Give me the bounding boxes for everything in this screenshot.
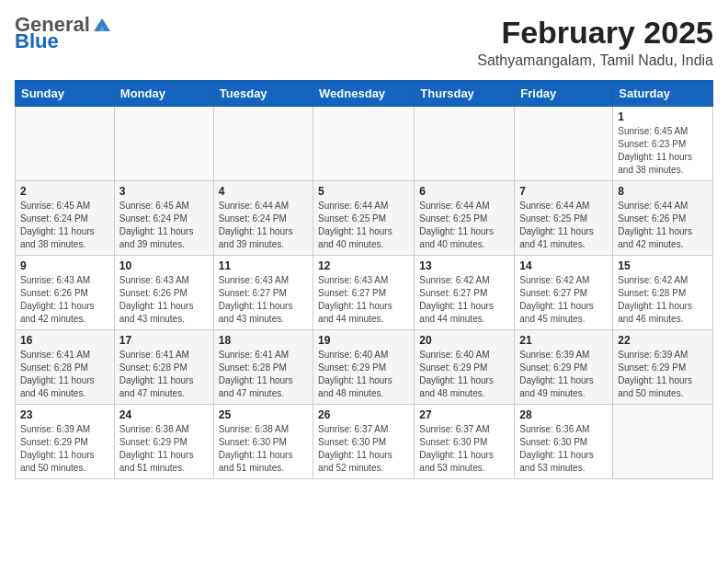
day-number: 26 — [318, 408, 409, 421]
day-number: 22 — [618, 334, 708, 347]
day-info: Sunrise: 6:43 AM Sunset: 6:27 PM Dayligh… — [318, 274, 409, 326]
day-number: 1 — [618, 110, 708, 123]
day-number: 6 — [419, 185, 509, 198]
calendar-cell: 5Sunrise: 6:44 AM Sunset: 6:25 PM Daylig… — [313, 181, 415, 256]
calendar-cell: 18Sunrise: 6:41 AM Sunset: 6:28 PM Dayli… — [213, 330, 313, 405]
day-info: Sunrise: 6:39 AM Sunset: 6:29 PM Dayligh… — [20, 423, 109, 475]
calendar-cell: 3Sunrise: 6:45 AM Sunset: 6:24 PM Daylig… — [114, 181, 213, 256]
day-info: Sunrise: 6:37 AM Sunset: 6:30 PM Dayligh… — [318, 423, 409, 475]
day-info: Sunrise: 6:42 AM Sunset: 6:27 PM Dayligh… — [419, 274, 509, 326]
calendar-cell — [415, 107, 515, 181]
day-number: 21 — [519, 334, 608, 347]
day-info: Sunrise: 6:42 AM Sunset: 6:28 PM Dayligh… — [618, 274, 708, 326]
calendar-cell: 26Sunrise: 6:37 AM Sunset: 6:30 PM Dayli… — [313, 405, 415, 479]
day-info: Sunrise: 6:40 AM Sunset: 6:29 PM Dayligh… — [419, 349, 509, 400]
calendar-cell: 24Sunrise: 6:38 AM Sunset: 6:29 PM Dayli… — [114, 405, 213, 479]
day-number: 7 — [519, 185, 608, 198]
logo-icon — [92, 17, 112, 33]
logo-blue-text: Blue — [15, 31, 59, 52]
day-number: 12 — [318, 259, 409, 272]
calendar-cell: 1Sunrise: 6:45 AM Sunset: 6:23 PM Daylig… — [613, 107, 713, 181]
day-number: 17 — [119, 334, 209, 347]
day-number: 8 — [618, 185, 708, 198]
day-number: 13 — [419, 259, 509, 272]
day-info: Sunrise: 6:42 AM Sunset: 6:27 PM Dayligh… — [519, 274, 608, 326]
day-number: 2 — [20, 185, 109, 198]
calendar-cell — [16, 107, 115, 181]
calendar-week-5: 23Sunrise: 6:39 AM Sunset: 6:29 PM Dayli… — [16, 405, 713, 479]
calendar-week-1: 1Sunrise: 6:45 AM Sunset: 6:23 PM Daylig… — [16, 107, 713, 181]
calendar-cell: 23Sunrise: 6:39 AM Sunset: 6:29 PM Dayli… — [16, 405, 115, 479]
location-title: Sathyamangalam, Tamil Nadu, India — [477, 52, 713, 69]
day-info: Sunrise: 6:39 AM Sunset: 6:29 PM Dayligh… — [618, 349, 708, 400]
day-number: 23 — [20, 408, 109, 421]
day-info: Sunrise: 6:40 AM Sunset: 6:29 PM Dayligh… — [318, 349, 409, 400]
day-info: Sunrise: 6:44 AM Sunset: 6:24 PM Dayligh… — [219, 200, 308, 251]
day-info: Sunrise: 6:44 AM Sunset: 6:26 PM Dayligh… — [618, 200, 708, 251]
calendar-cell: 12Sunrise: 6:43 AM Sunset: 6:27 PM Dayli… — [313, 256, 415, 330]
day-number: 20 — [419, 334, 509, 347]
day-number: 9 — [20, 259, 109, 272]
day-info: Sunrise: 6:36 AM Sunset: 6:30 PM Dayligh… — [519, 423, 608, 475]
title-area: February 2025 Sathyamangalam, Tamil Nadu… — [477, 15, 713, 69]
calendar-cell: 14Sunrise: 6:42 AM Sunset: 6:27 PM Dayli… — [515, 256, 613, 330]
day-number: 24 — [119, 408, 209, 421]
calendar-week-2: 2Sunrise: 6:45 AM Sunset: 6:24 PM Daylig… — [16, 181, 713, 256]
day-info: Sunrise: 6:41 AM Sunset: 6:28 PM Dayligh… — [119, 349, 209, 400]
calendar-cell — [114, 107, 213, 181]
day-number: 11 — [219, 259, 308, 272]
calendar-cell — [515, 107, 613, 181]
day-info: Sunrise: 6:43 AM Sunset: 6:26 PM Dayligh… — [119, 274, 209, 326]
day-info: Sunrise: 6:37 AM Sunset: 6:30 PM Dayligh… — [419, 423, 509, 475]
day-number: 3 — [119, 185, 209, 198]
calendar-header-row: SundayMondayTuesdayWednesdayThursdayFrid… — [16, 81, 713, 107]
logo: General Blue — [15, 15, 112, 52]
calendar-cell: 4Sunrise: 6:44 AM Sunset: 6:24 PM Daylig… — [213, 181, 313, 256]
calendar-cell: 8Sunrise: 6:44 AM Sunset: 6:26 PM Daylig… — [613, 181, 713, 256]
day-info: Sunrise: 6:43 AM Sunset: 6:26 PM Dayligh… — [20, 274, 109, 326]
day-info: Sunrise: 6:41 AM Sunset: 6:28 PM Dayligh… — [219, 349, 308, 400]
day-info: Sunrise: 6:38 AM Sunset: 6:29 PM Dayligh… — [119, 423, 209, 475]
calendar-cell: 7Sunrise: 6:44 AM Sunset: 6:25 PM Daylig… — [515, 181, 613, 256]
day-info: Sunrise: 6:43 AM Sunset: 6:27 PM Dayligh… — [219, 274, 308, 326]
day-number: 25 — [219, 408, 308, 421]
calendar-cell: 20Sunrise: 6:40 AM Sunset: 6:29 PM Dayli… — [415, 330, 515, 405]
day-number: 15 — [618, 259, 708, 272]
day-info: Sunrise: 6:44 AM Sunset: 6:25 PM Dayligh… — [519, 200, 608, 251]
header-saturday: Saturday — [613, 81, 713, 107]
day-info: Sunrise: 6:45 AM Sunset: 6:23 PM Dayligh… — [618, 125, 708, 177]
calendar: SundayMondayTuesdayWednesdayThursdayFrid… — [15, 80, 713, 479]
day-info: Sunrise: 6:38 AM Sunset: 6:30 PM Dayligh… — [219, 423, 308, 475]
day-number: 10 — [119, 259, 209, 272]
day-info: Sunrise: 6:45 AM Sunset: 6:24 PM Dayligh… — [20, 200, 109, 251]
day-number: 18 — [219, 334, 308, 347]
calendar-cell: 15Sunrise: 6:42 AM Sunset: 6:28 PM Dayli… — [613, 256, 713, 330]
day-number: 5 — [318, 185, 409, 198]
calendar-week-4: 16Sunrise: 6:41 AM Sunset: 6:28 PM Dayli… — [16, 330, 713, 405]
calendar-cell: 6Sunrise: 6:44 AM Sunset: 6:25 PM Daylig… — [415, 181, 515, 256]
month-title: February 2025 — [477, 15, 713, 51]
calendar-cell — [213, 107, 313, 181]
calendar-cell: 28Sunrise: 6:36 AM Sunset: 6:30 PM Dayli… — [515, 405, 613, 479]
header-monday: Monday — [114, 81, 213, 107]
header-sunday: Sunday — [16, 81, 115, 107]
header: General Blue February 2025 Sathyamangala… — [15, 15, 713, 69]
day-number: 16 — [20, 334, 109, 347]
calendar-cell — [613, 405, 713, 479]
calendar-cell — [313, 107, 415, 181]
day-info: Sunrise: 6:41 AM Sunset: 6:28 PM Dayligh… — [20, 349, 109, 400]
day-number: 4 — [219, 185, 308, 198]
day-info: Sunrise: 6:44 AM Sunset: 6:25 PM Dayligh… — [419, 200, 509, 251]
calendar-cell: 11Sunrise: 6:43 AM Sunset: 6:27 PM Dayli… — [213, 256, 313, 330]
header-wednesday: Wednesday — [313, 81, 415, 107]
day-info: Sunrise: 6:44 AM Sunset: 6:25 PM Dayligh… — [318, 200, 409, 251]
calendar-cell: 27Sunrise: 6:37 AM Sunset: 6:30 PM Dayli… — [415, 405, 515, 479]
calendar-cell: 16Sunrise: 6:41 AM Sunset: 6:28 PM Dayli… — [16, 330, 115, 405]
header-tuesday: Tuesday — [213, 81, 313, 107]
calendar-cell: 21Sunrise: 6:39 AM Sunset: 6:29 PM Dayli… — [515, 330, 613, 405]
calendar-cell: 2Sunrise: 6:45 AM Sunset: 6:24 PM Daylig… — [16, 181, 115, 256]
day-number: 27 — [419, 408, 509, 421]
calendar-cell: 17Sunrise: 6:41 AM Sunset: 6:28 PM Dayli… — [114, 330, 213, 405]
calendar-cell: 9Sunrise: 6:43 AM Sunset: 6:26 PM Daylig… — [16, 256, 115, 330]
header-friday: Friday — [515, 81, 613, 107]
